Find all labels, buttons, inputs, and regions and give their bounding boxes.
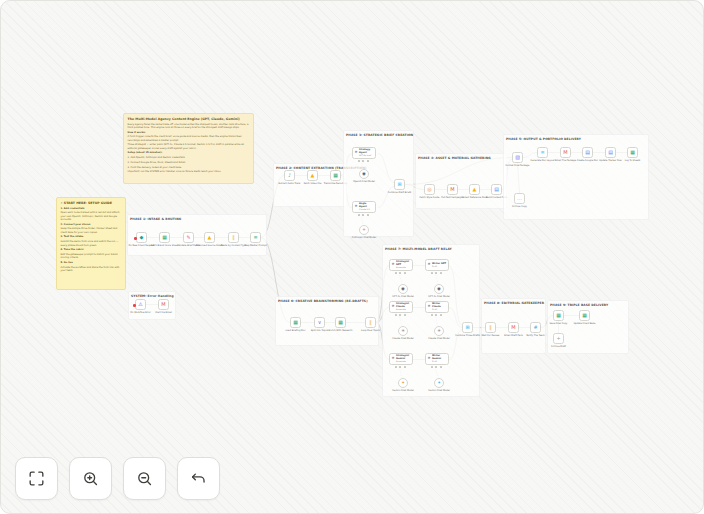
node-download-source-assets[interactable]: ▲ — [204, 232, 215, 243]
node-create-google-doc[interactable]: ▤ — [582, 147, 593, 158]
node-split-into-topics[interactable]: ∨ — [314, 317, 325, 328]
openai-model-icon: ◉ — [437, 287, 441, 291]
agent-sub-connectors — [358, 214, 369, 216]
node-writer-gemini[interactable]: ✳Writer GeminiDraft — [425, 353, 449, 365]
agent-text: Strategist GPTAssemble — [396, 261, 410, 269]
agent-sub-connectors — [358, 160, 369, 162]
node-combine-draft-briefs[interactable]: ⊞ — [394, 179, 405, 190]
node-update-client-base[interactable]: ▦ — [579, 310, 590, 321]
node-notify-the-team[interactable]: # — [530, 322, 541, 333]
node-writer-gpt[interactable]: ✳Writer GPTDraft — [425, 259, 449, 271]
node-generate-doc-layout[interactable]: ≡ — [537, 147, 548, 158]
agent-text: Writer ClaudeDraft — [432, 303, 446, 311]
node-strategist-gpt[interactable]: ✳Strategist GPTAssemble — [389, 259, 413, 271]
wait-icon: ‖ — [232, 235, 235, 240]
node-label: Gemini Chat Model — [423, 390, 456, 393]
node-save-final-copy[interactable]: ▦ — [553, 310, 564, 321]
node-openai-chat-model[interactable]: ◉ — [359, 169, 369, 179]
node-build-context-pack[interactable]: ▤ — [491, 184, 502, 195]
wait-icon: ‖ — [369, 320, 372, 325]
node-extract-audio-track[interactable]: ♪ — [284, 170, 295, 181]
chat-icon: ◆ — [140, 235, 144, 240]
node-collect-reference-docs[interactable]: ▲ — [469, 184, 480, 195]
ai-agent-icon: ✳ — [392, 357, 395, 361]
node-wait-for-review[interactable]: ‖ — [485, 322, 496, 333]
node-update-tracker-row[interactable]: ▤ — [605, 147, 616, 158]
node-gpt-4o-chat-model[interactable]: ◉ — [398, 284, 408, 294]
sticky-note-line: 2. Connect your stores — [61, 223, 122, 226]
node-angle-agent[interactable]: ✳Angle AgentClaude 3.5 — [352, 201, 376, 213]
node-label: Alert Via Email — [147, 312, 180, 315]
node-format-final-package[interactable]: ▧ — [512, 152, 523, 163]
reset-view-button[interactable] — [177, 457, 220, 500]
node-anthropic-chat-model[interactable]: ✳ — [359, 225, 369, 235]
node-combine-three-drafts[interactable]: ⊞ — [462, 322, 473, 333]
agent-subtitle: Claude 3.5 — [359, 208, 373, 210]
sticky-note-overview[interactable]: The Multi-Model Agency Content Engine (G… — [123, 113, 254, 184]
node-claude-chat-model[interactable]: ✳ — [398, 326, 408, 336]
ai-agent-icon: ✳ — [355, 151, 358, 155]
anthropic-model-icon: ✳ — [401, 329, 405, 333]
node-strategist-claude[interactable]: ✳Strategist ClaudeAssemble — [389, 301, 413, 313]
node-on-new-client-request[interactable]: ◆ — [136, 232, 147, 243]
sticky-note-title: The Multi-Model Agency Content Engine (G… — [128, 117, 250, 121]
node-alert-via-email[interactable]: M — [158, 299, 169, 310]
node-strategist-gemini[interactable]: ✳Strategist GeminiAssemble — [389, 353, 413, 365]
node-load-briefing-doc[interactable]: ▦ — [290, 317, 301, 328]
node-email-draft-pack[interactable]: M — [508, 322, 519, 333]
node-label: Prep Master Prompt — [239, 245, 272, 248]
agent-text: Writer GPTDraft — [432, 263, 446, 268]
node-fetch-brand-voice-sheet[interactable]: ▦ — [159, 232, 170, 243]
node-strategy-agent[interactable]: ✳Strategy AgentGPT-4o brief — [352, 147, 376, 159]
plus-icon: + — [556, 336, 560, 341]
agent-text: Strategist ClaudeAssemble — [396, 303, 410, 311]
node-gemini-chat-model[interactable]: ✦ — [398, 378, 408, 388]
node-enrich-with-research[interactable]: ▦ — [335, 317, 346, 328]
node-loop-over-topics[interactable]: ‖ — [365, 317, 376, 328]
agent-text: Angle AgentClaude 3.5 — [359, 203, 373, 211]
node-claude-chat-model[interactable]: ✳ — [434, 326, 444, 336]
wait-icon: ‖ — [489, 325, 492, 330]
agent-subtitle: Draft — [432, 360, 446, 362]
sticky-note-line: 5. Go live — [61, 261, 122, 264]
node-gemini-chat-model[interactable]: ✦ — [434, 378, 444, 388]
node-archive-copy[interactable]: … — [514, 193, 525, 204]
agent-sub-connectors — [395, 366, 406, 368]
node-label: Update Client Base — [568, 323, 601, 326]
node-writer-claude[interactable]: ✳Writer ClaudeDraft — [425, 301, 449, 313]
sticky-note-line: 4. Tune the rubric — [61, 248, 122, 251]
node-archive-draft[interactable]: + — [553, 333, 564, 344]
node-fetch-video-file[interactable]: ▲ — [307, 170, 318, 181]
node-on-workflow-error[interactable]: ⚠ — [135, 299, 146, 310]
sticky-note-line: 1. Add OpenAI, Anthropic and Gemini cred… — [128, 156, 250, 159]
node-prep-master-prompt[interactable]: ≡ — [250, 232, 261, 243]
node-route-by-content-type[interactable]: ‖ — [228, 232, 239, 243]
node-transcribe-recording[interactable]: ▦ — [330, 170, 341, 181]
gmail-icon: M — [511, 325, 515, 330]
ai-agent-icon: ✳ — [392, 263, 395, 267]
node-fetch-style-guide[interactable]: ◎ — [424, 184, 435, 195]
sticky-note-body: 1. Add credentialsOpen each node marked … — [61, 207, 122, 273]
agent-sub-connectors — [431, 272, 442, 274]
node-validate-brief-fields[interactable]: ✎ — [183, 232, 194, 243]
split-icon: ∨ — [318, 320, 322, 325]
node-gpt-4o-chat-model[interactable]: ◉ — [434, 284, 444, 294]
sticky-note-setup-guide[interactable]: ⚡ START HERE: SETUP GUIDE 1. Add credent… — [56, 197, 126, 290]
section-label: PHASE 4: ASSET & MATERIAL GATHERING — [418, 156, 491, 160]
docs-icon: ▤ — [608, 150, 613, 155]
node-label: Gemini Chat Model — [387, 390, 420, 393]
section-label: PHASE 1: INTAKE & ROUTING — [130, 217, 181, 221]
sheets-icon: ▦ — [582, 313, 587, 318]
node-pull-past-campaigns[interactable]: M — [447, 184, 458, 195]
workflow-canvas[interactable]: PHASE 1: INTAKE & ROUTING◆On New Client … — [0, 0, 704, 514]
zoom-in-button[interactable] — [69, 457, 112, 500]
gmail-icon: M — [450, 187, 454, 192]
ai-agent-icon: ✳ — [428, 357, 431, 361]
section-label: PHASE 5: OUTPUT & PORTFOLIO DELIVERY — [506, 137, 581, 141]
node-log-to-sheets[interactable]: ▦ — [627, 147, 638, 158]
openai-model-icon: ◉ — [362, 172, 366, 176]
fit-view-button[interactable] — [15, 457, 58, 500]
zoom-out-button[interactable] — [123, 457, 166, 500]
node-email-the-package[interactable]: M — [560, 147, 571, 158]
zoom-out-icon — [135, 469, 154, 488]
